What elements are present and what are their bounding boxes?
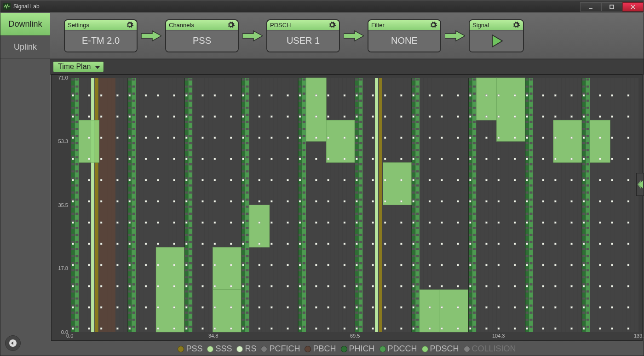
svg-rect-878 <box>622 78 627 332</box>
expand-panel-button[interactable] <box>636 173 644 196</box>
stage-pdsch[interactable]: PDSCH USER 1 <box>266 19 340 52</box>
svg-rect-727 <box>526 199 529 201</box>
svg-rect-1289 <box>526 264 528 266</box>
svg-rect-678 <box>473 206 476 208</box>
svg-rect-967 <box>145 222 147 224</box>
legend-item-rs[interactable]: RS <box>236 344 256 354</box>
svg-rect-1270 <box>498 158 500 160</box>
svg-rect-367 <box>299 114 301 116</box>
svg-rect-1143 <box>356 306 357 308</box>
svg-rect-690 <box>473 290 476 293</box>
gear-icon[interactable] <box>328 21 336 29</box>
svg-rect-937 <box>100 94 102 96</box>
svg-rect-494 <box>359 135 362 137</box>
svg-rect-588 <box>416 184 419 187</box>
tab-uplink[interactable]: Uplink <box>0 36 50 59</box>
svg-rect-1334 <box>583 327 585 329</box>
svg-rect-1305 <box>542 179 544 181</box>
svg-rect-402 <box>303 100 305 102</box>
svg-rect-975 <box>157 306 159 308</box>
svg-rect-1379 <box>627 137 629 139</box>
gear-icon[interactable] <box>227 21 235 29</box>
stage-channels[interactable]: Channels PSS <box>165 19 239 52</box>
svg-rect-1316 <box>554 201 556 202</box>
svg-rect-364 <box>299 92 301 95</box>
gear-icon[interactable] <box>512 21 520 29</box>
svg-rect-150 <box>132 163 135 166</box>
window-close-button[interactable] <box>622 2 644 11</box>
svg-rect-1312 <box>554 285 556 287</box>
window-minimize-button[interactable] <box>580 2 601 11</box>
svg-rect-976 <box>157 285 159 287</box>
back-button[interactable] <box>5 335 21 351</box>
legend-item-pss[interactable]: PSS <box>178 344 202 354</box>
axis-tick-label: 0.0 <box>66 333 73 339</box>
svg-rect-566 <box>412 290 415 293</box>
svg-rect-457 <box>355 135 358 137</box>
svg-rect-301 <box>242 262 245 264</box>
svg-rect-1243 <box>469 222 471 224</box>
svg-rect-605 <box>416 304 419 307</box>
gear-icon[interactable] <box>126 21 134 29</box>
legend-item-collision[interactable]: COLLISION <box>464 344 516 354</box>
svg-rect-1028 <box>214 201 216 202</box>
svg-rect-1234 <box>457 158 459 160</box>
svg-rect-225 <box>189 79 192 81</box>
svg-rect-1025 <box>214 264 216 266</box>
svg-rect-789 <box>558 78 562 332</box>
svg-rect-763 <box>529 191 532 194</box>
svg-rect-324 <box>246 163 248 166</box>
svg-rect-1079 <box>270 137 272 139</box>
legend-item-pdcch[interactable]: PDCCH <box>380 344 417 354</box>
svg-rect-509 <box>359 241 362 243</box>
svg-rect-1088 <box>287 201 289 202</box>
svg-rect-936 <box>100 115 102 117</box>
svg-rect-1255 <box>485 222 487 224</box>
svg-rect-576 <box>416 100 419 102</box>
legend-item-pdsch[interactable]: PDSCH <box>422 344 459 354</box>
svg-rect-955 <box>129 222 131 224</box>
svg-rect-649 <box>469 262 472 264</box>
legend-item-phich[interactable]: PHICH <box>341 344 375 354</box>
svg-rect-630 <box>469 128 472 130</box>
svg-rect-108 <box>128 128 131 130</box>
svg-rect-627 <box>469 107 472 109</box>
svg-rect-806 <box>582 142 585 144</box>
stage-head-label: Signal <box>472 22 489 29</box>
svg-rect-460 <box>355 156 358 159</box>
svg-rect-413 <box>303 178 305 180</box>
svg-rect-1044 <box>230 115 232 117</box>
svg-rect-406 <box>303 128 305 130</box>
stage-settings[interactable]: Settings E-TM 2.0 <box>64 19 138 52</box>
gear-icon[interactable] <box>429 21 437 29</box>
legend-item-sss[interactable]: SSS <box>207 344 232 354</box>
legend-swatch <box>305 346 311 352</box>
legend-item-pcfich[interactable]: PCFICH <box>261 344 300 354</box>
svg-rect-1380 <box>627 115 629 117</box>
svg-rect-894 <box>326 120 355 162</box>
svg-rect-730 <box>526 220 529 222</box>
tab-downlink[interactable]: Downlink <box>0 13 50 36</box>
svg-rect-14 <box>71 79 74 81</box>
svg-rect-881 <box>634 78 638 332</box>
svg-rect-1333 <box>571 94 573 96</box>
stage-signal[interactable]: Signal <box>469 19 524 52</box>
svg-rect-632 <box>469 142 472 144</box>
window-maximize-button[interactable] <box>601 2 622 11</box>
svg-rect-1381 <box>627 94 629 96</box>
svg-rect-48 <box>71 319 74 321</box>
svg-rect-1023 <box>214 306 216 308</box>
svg-rect-922 <box>88 158 90 160</box>
stage-filter[interactable]: Filter NONE <box>368 19 441 52</box>
svg-rect-556 <box>412 220 415 222</box>
legend-item-pbch[interactable]: PBCH <box>305 344 336 354</box>
time-plan-plot[interactable]: 0.017.835.553.371.00.034.869.5104.3139.0 <box>51 75 643 341</box>
view-select[interactable]: Time Plan <box>53 61 104 72</box>
svg-rect-909 <box>72 179 74 181</box>
svg-rect-118 <box>128 199 131 201</box>
svg-rect-1267 <box>498 222 500 224</box>
svg-rect-1199 <box>413 137 414 139</box>
svg-rect-295 <box>242 220 245 222</box>
play-button[interactable] <box>470 30 523 52</box>
svg-rect-178 <box>152 78 156 332</box>
